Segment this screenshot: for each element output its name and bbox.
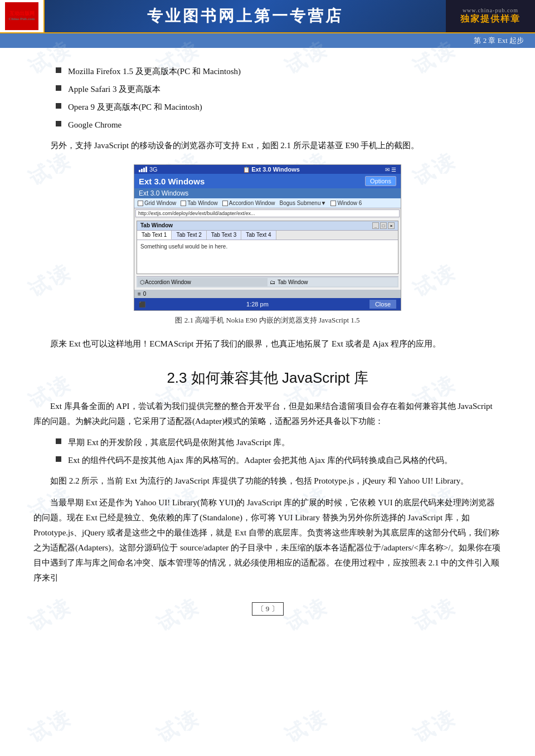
menu-checkbox [330, 201, 336, 206]
list-item: Google Chrome [56, 118, 502, 131]
page-number-area: 〔 9 〕 [33, 602, 502, 616]
app-window-title: Ext 3.0 Windows [139, 177, 205, 186]
tab-window-docked: 🗂 Tab Window [268, 278, 397, 286]
para5: 当最早期 Ext 还是作为 Yahoo UI! Library(简称 YUI)的… [33, 495, 502, 586]
section-heading-2-3: 2.3 如何兼容其他 JavaScript 库 [33, 368, 502, 388]
footer-close-button[interactable]: Close [369, 300, 396, 309]
figure-caption: 图 2.1 高端手机 Nokia E90 内嵌的浏览器支持 JavaScript… [175, 315, 359, 325]
menu-item-accordion: Accordion Window [222, 200, 275, 206]
list-item-text: Opera 9 及更高版本(PC 和 Macintosh) [68, 100, 202, 114]
bullet-icon [56, 121, 61, 126]
tab-2[interactable]: Tab Text 2 [172, 231, 206, 240]
menu-checkbox [222, 201, 228, 206]
para-after-figure: 原来 Ext 也可以这样地用！ECMAScript 开拓了我们的眼界，也真正地拓… [33, 336, 502, 352]
bullet-icon [56, 456, 61, 462]
list-item: Ext 的组件代码不是按其他 Ajax 库的风格写的。Adapter 会把其他 … [56, 453, 502, 467]
bullet-icon [56, 85, 61, 91]
page-header: 互动出版网 China-Pub.com 专业图书网上第一专营店 www.chin… [0, 0, 535, 33]
app-status-title: 📋 Ext 3.0 Windows [243, 166, 300, 173]
page-number: 〔 9 〕 [252, 602, 284, 616]
accordion-label: ⬡ [140, 279, 145, 285]
maximize-btn[interactable]: □ [380, 222, 387, 229]
options-button[interactable]: Options [365, 176, 396, 186]
phone-footer: ⬛ 1:28 pm Close [134, 298, 401, 310]
list-item: Mozilla Firefox 1.5 及更高版本(PC 和 Macintosh… [56, 65, 502, 78]
chapter-text: 第 2 章 Ext 起步 [474, 36, 524, 45]
small-bar-text: 0 [143, 291, 147, 297]
watermark-text: 试读 [24, 704, 76, 749]
watermark-text: 试读 [408, 704, 461, 749]
header-right-area: www.china-pub.com 独家提供样章 [446, 0, 535, 32]
exclusive-label: 独家提供样章 [460, 13, 521, 25]
menu-checkbox [181, 201, 186, 206]
header-title-area: 专业图书网上第一专营店 [45, 0, 446, 32]
inner-window-label: Tab Window [140, 222, 173, 229]
watermark-text: 试读 [280, 704, 333, 749]
minimize-btn[interactable]: _ [372, 222, 379, 229]
accordion-title: Accordion Window [145, 279, 191, 285]
list-item: 早期 Ext 的开发阶段，其底层代码是依附其他 JavaScript 库。 [56, 436, 502, 449]
tab-window-title: Tab Window [278, 279, 308, 285]
main-content: Mozilla Firefox 1.5 及更高版本(PC 和 Macintosh… [0, 48, 535, 638]
page-number-value: 9 [266, 604, 270, 613]
list-item-text: 早期 Ext 的开发阶段，其底层代码是依附其他 JavaScript 库。 [68, 436, 290, 449]
tab-3[interactable]: Tab Text 3 [207, 231, 241, 240]
list-item: Apple Safari 3 及更高版本 [56, 82, 502, 96]
site-title: 专业图书网上第一专营店 [147, 6, 343, 27]
bullet-icon [56, 103, 61, 109]
window-controls: _ □ × [372, 222, 395, 229]
chapter-bar: 第 2 章 Ext 起步 [0, 33, 535, 48]
list-item: Opera 9 及更高版本(PC 和 Macintosh) [56, 100, 502, 114]
figure-2-1: 3G 📋 Ext 3.0 Windows ✉ ☰ Ext 3.0 Windows… [33, 164, 502, 325]
phone-inner-window: Tab Window _ □ × Tab Text 1 Tab Text 2 T… [137, 221, 398, 274]
list-item-text: Google Chrome [68, 118, 121, 131]
adapter-list: 早期 Ext 的开发阶段，其底层代码是依附其他 JavaScript 库。 Ex… [56, 436, 502, 467]
watermark-text: 试读 [152, 704, 205, 749]
small-bar-icon: ≡ [138, 291, 141, 297]
menu-item-window6: Window 6 [330, 200, 362, 206]
para3: Ext 库具备全面的 API，尝试着为我们提供完整的整合开发平台，但是如果结合遗… [33, 399, 502, 429]
app-title-text: Ext 3.0 Windows [251, 166, 300, 173]
footer-left: ⬛ [139, 301, 145, 308]
tab-content-text: Something useful would be in here. [140, 243, 227, 250]
tabs-bar: Tab Text 1 Tab Text 2 Tab Text 3 Tab Tex… [137, 231, 398, 240]
status-left: 3G [139, 166, 158, 173]
status-icons: ✉ ☰ [385, 167, 396, 173]
menu-item-grid: Grid Window [138, 200, 176, 206]
app-subtitle: Ext 3.0 Windows [134, 188, 401, 198]
bullet-icon [56, 438, 61, 444]
phone-url-bar: http://extjs.com/deploy/dev/ext/build/ad… [135, 209, 400, 217]
network-label: 3G [149, 166, 158, 173]
logo: 互动出版网 China-Pub.com [5, 2, 38, 30]
list-item-text: Ext 的组件代码不是按其他 Ajax 库的风格写的。Adapter 会把其他 … [68, 453, 453, 467]
phone-app-header: Ext 3.0 Windows Options [134, 174, 401, 188]
inner-window-title: Tab Window _ □ × [137, 221, 398, 231]
menu-item-bogus: Bogus Submenu▼ [280, 200, 327, 206]
phone-screenshot: 3G 📋 Ext 3.0 Windows ✉ ☰ Ext 3.0 Windows… [134, 164, 401, 311]
close-btn[interactable]: × [388, 222, 395, 229]
docked-windows-bar: ⬡ Accordion Window 🗂 Tab Window [137, 276, 398, 287]
tab-icon: 🗂 [270, 279, 275, 285]
para4: 如图 2.2 所示，当前 Ext 为流行的 JavaScript 库提供了功能的… [33, 474, 502, 489]
phone-menu-bar: Grid Window Tab Window Accordion Window … [134, 198, 401, 208]
tab-1[interactable]: Tab Text 1 [137, 231, 172, 240]
menu-item-tab: Tab Window [181, 200, 217, 206]
tab-content-area: Something useful would be in here. [137, 240, 398, 274]
tab-4[interactable]: Tab Text 4 [241, 231, 276, 240]
phone-status-bar: 3G 📋 Ext 3.0 Windows ✉ ☰ [134, 165, 401, 174]
logo-container: 互动出版网 China-Pub.com [0, 0, 45, 32]
website-url: www.china-pub.com [463, 7, 518, 13]
signal-icon [139, 167, 147, 172]
footer-time: 1:28 pm [246, 301, 269, 308]
page-number-text: 〕 [271, 604, 279, 613]
small-bar: ≡ 0 [134, 290, 401, 298]
list-item-text: Mozilla Firefox 1.5 及更高版本(PC 和 Macintosh… [68, 65, 241, 78]
intro-paragraph: 另外，支持 JavaScript 的移动设备的浏览器亦可支持 Ext，如图 2.… [33, 138, 502, 153]
list-item-text: Apple Safari 3 及更高版本 [68, 82, 160, 96]
bullet-icon [56, 67, 61, 73]
menu-checkbox [138, 201, 143, 206]
accordion-docked: ⬡ Accordion Window [138, 278, 268, 286]
browser-list: Mozilla Firefox 1.5 及更高版本(PC 和 Macintosh… [56, 65, 502, 131]
phone-window-area: Tab Window _ □ × Tab Text 1 Tab Text 2 T… [134, 218, 401, 290]
page-number-text: 〔 [257, 604, 264, 613]
